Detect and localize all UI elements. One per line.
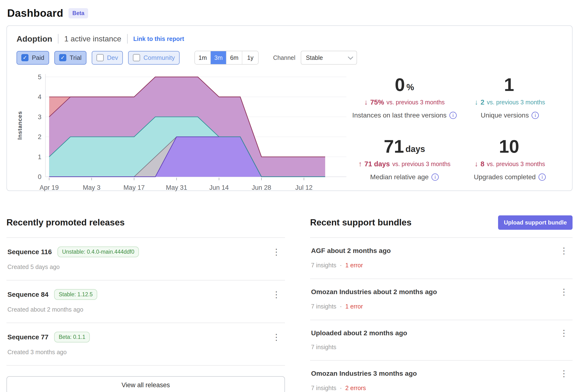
checkbox-icon	[59, 54, 66, 61]
release-row-sequence-116[interactable]: Sequence 116 Unstable: 0.4.0-main.444ddf…	[6, 238, 285, 280]
svg-text:Jun 14: Jun 14	[209, 184, 229, 191]
filter-checkbox-paid[interactable]: Paid	[16, 51, 49, 65]
info-icon[interactable]	[539, 174, 546, 181]
bundle-title: Uploaded about 2 months ago	[311, 329, 407, 337]
bundle-errors: 2 errors	[345, 385, 366, 392]
delta-suffix: vs. previous 3 months	[487, 99, 545, 106]
kebab-menu-icon[interactable]	[556, 329, 572, 337]
channel-label: Channel	[273, 54, 295, 61]
range-1y[interactable]: 1y	[242, 51, 258, 64]
info-icon[interactable]	[532, 112, 539, 119]
svg-text:Apr 19: Apr 19	[40, 184, 59, 191]
delta-suffix: vs. previous 3 months	[487, 161, 545, 168]
stat-unique-versions: 1 ↓ 2 vs. previous 3 months Unique versi…	[457, 76, 563, 119]
stat-label: Unique versions	[481, 112, 529, 119]
bundle-title: Omozan Industries 3 months ago	[311, 370, 417, 377]
stat-delta: ↑ 71 days vs. previous 3 months	[359, 160, 451, 168]
release-row-sequence-84[interactable]: Sequence 84 Stable: 1.12.5 Created about…	[6, 280, 285, 323]
svg-text:2: 2	[38, 133, 41, 140]
stat-delta: ↓ 75% vs. previous 3 months	[364, 98, 445, 106]
kebab-menu-icon[interactable]	[556, 247, 572, 255]
filter-label: Community	[144, 54, 175, 62]
filter-label: Trial	[70, 54, 82, 62]
release-version-badge: Unstable: 0.4.0-main.444ddf0	[58, 247, 139, 257]
delta-suffix: vs. previous 3 months	[386, 99, 445, 106]
range-6m[interactable]: 6m	[226, 51, 242, 64]
channel-group: Channel Stable	[273, 51, 357, 65]
release-row-sequence-77[interactable]: Sequence 77 Beta: 0.1.1 Created 3 months…	[6, 323, 285, 366]
trend-arrow-icon: ↓	[475, 98, 478, 106]
chevron-down-icon	[348, 54, 353, 60]
bundle-row[interactable]: Uploaded about 2 months ago 7 insights	[310, 320, 573, 361]
svg-text:4: 4	[38, 93, 41, 101]
release-version-badge: Beta: 0.1.1	[54, 332, 90, 342]
bundle-title: AGF about 2 months ago	[311, 247, 391, 255]
release-name: Sequence 84	[7, 291, 48, 298]
stat-label: Upgrades completed	[474, 173, 536, 181]
page-header: Dashboard Beta	[0, 0, 579, 25]
bundle-insights: 7 insights	[311, 262, 336, 269]
checkbox-icon	[21, 54, 28, 61]
stat-delta: ↓ 8 vs. previous 3 months	[475, 160, 545, 168]
kebab-menu-icon[interactable]	[556, 369, 572, 378]
stat-instances-last-three-versions: 0% ↓ 75% vs. previous 3 months Instances…	[352, 76, 457, 119]
svg-text:1: 1	[38, 153, 41, 161]
stat-delta: ↓ 2 vs. previous 3 months	[475, 98, 545, 106]
bundle-row[interactable]: Omozan Industries 3 months ago 7 insight…	[310, 361, 573, 392]
kebab-menu-icon[interactable]	[269, 290, 284, 299]
active-instance-count: 1 active instance	[64, 34, 121, 43]
delta-value: 8	[481, 160, 484, 168]
view-all-releases-button[interactable]: View all releases	[6, 376, 285, 392]
filter-checkbox-dev[interactable]: Dev	[92, 51, 123, 65]
filter-checkbox-community[interactable]: Community	[128, 51, 180, 65]
bundle-errors: 1 error	[345, 262, 363, 269]
bundle-insights: 7 insights	[311, 385, 336, 392]
releases-heading: Recently promoted releases	[6, 217, 125, 228]
svg-text:May 17: May 17	[124, 184, 145, 191]
filter-checkbox-trial[interactable]: Trial	[54, 51, 86, 65]
delta-value: 71 days	[364, 160, 390, 168]
range-1m[interactable]: 1m	[195, 51, 211, 64]
trend-arrow-icon: ↓	[364, 98, 368, 106]
bundles-heading: Recent support bundles	[310, 217, 411, 228]
dot-separator	[340, 384, 342, 392]
stat-unit	[514, 92, 515, 94]
kebab-menu-icon[interactable]	[269, 248, 284, 256]
bottom-sections: Recently promoted releases Sequence 116 …	[6, 214, 573, 392]
kebab-menu-icon[interactable]	[556, 288, 572, 296]
svg-text:3: 3	[38, 113, 41, 121]
beta-badge: Beta	[69, 8, 88, 18]
release-name: Sequence 77	[7, 333, 48, 341]
stat-upgrades-completed: 10 ↓ 8 vs. previous 3 months Upgrades co…	[457, 137, 563, 181]
dot-separator	[340, 261, 342, 269]
area-chart: 012345Apr 19May 3May 17May 31Jun 14Jun 2…	[24, 69, 349, 196]
adoption-card: Adoption 1 active instance Link to this …	[6, 25, 573, 191]
delta-value: 2	[481, 98, 484, 106]
stat-median-relative-age: 71days ↑ 71 days vs. previous 3 months M…	[352, 137, 457, 181]
dot-separator	[340, 303, 342, 310]
delta-value: 75%	[370, 98, 384, 106]
info-icon[interactable]	[449, 112, 457, 119]
stat-unit: %	[405, 82, 414, 94]
channel-select[interactable]: Stable	[301, 51, 357, 65]
release-version-badge: Stable: 1.12.5	[54, 289, 97, 300]
support-bundles-section: Recent support bundles Upload support bu…	[310, 214, 573, 392]
svg-text:Jun 28: Jun 28	[252, 184, 271, 191]
upload-support-bundle-button[interactable]: Upload support bundle	[498, 215, 573, 230]
release-created: Created 3 months ago	[7, 349, 67, 356]
kebab-menu-icon[interactable]	[269, 333, 284, 341]
adoption-card-header: Adoption 1 active instance Link to this …	[16, 34, 563, 44]
info-icon[interactable]	[432, 174, 439, 181]
stats-grid: 0% ↓ 75% vs. previous 3 months Instances…	[352, 69, 563, 196]
checkbox-icon	[96, 54, 104, 61]
bundle-errors: 1 error	[345, 303, 363, 310]
stat-value: 1	[504, 76, 514, 94]
range-3m[interactable]: 3m	[211, 51, 226, 64]
bundle-row[interactable]: Omozan Industries about 2 months ago 7 i…	[310, 279, 573, 320]
bundle-row[interactable]: AGF about 2 months ago 7 insights 1 erro…	[310, 238, 573, 279]
link-to-report[interactable]: Link to this report	[133, 35, 184, 42]
stat-label: Instances on last three versions	[352, 112, 446, 119]
release-name: Sequence 116	[7, 248, 52, 256]
release-created: Created 5 days ago	[7, 263, 60, 270]
trend-arrow-icon: ↓	[475, 160, 478, 168]
